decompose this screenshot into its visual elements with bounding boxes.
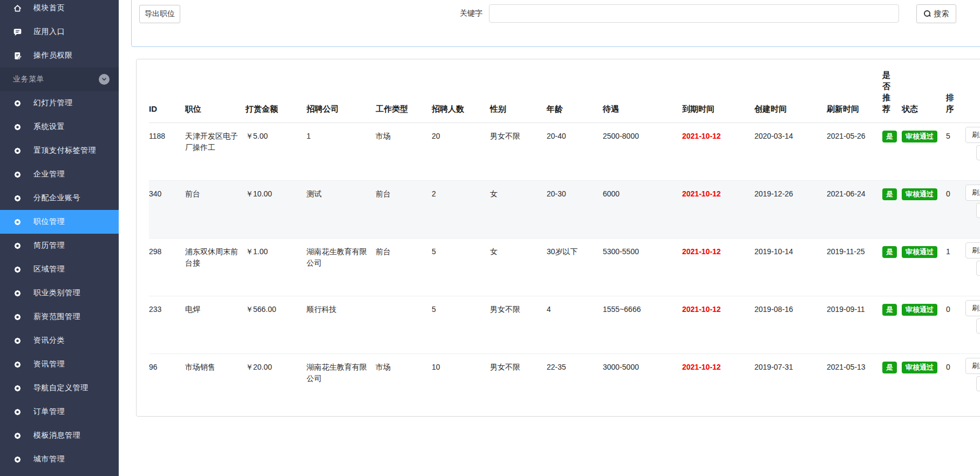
sidebar-item-city-mgmt[interactable]: 城市管理 [0, 447, 119, 471]
cell-headcount: 2 [432, 180, 490, 238]
col-header-company: 招聘公司 [307, 59, 376, 123]
sidebar-item-pinned-payment-tags[interactable]: 置顶支付标签管理 [0, 139, 119, 162]
cell-age: 20-30 [547, 180, 603, 238]
sidebar-item-operator-permissions[interactable]: 操作员权限 [0, 44, 119, 67]
sidebar-item-label: 操作员权限 [33, 51, 73, 60]
positions-table: ID职位打赏金额招聘公司工作类型招聘人数性别年龄待遇到期时间创建时间刷新时间是否… [149, 59, 980, 411]
cell-salary: 1555~6666 [603, 296, 682, 353]
sidebar-item-label: 订单管理 [33, 407, 65, 417]
cell-id: 1188 [149, 123, 185, 180]
cell-actions: 刷新时间 [965, 238, 980, 296]
cell-position: 市场销售 [185, 353, 246, 411]
cell-company: 湖南花生教育有限公司 [307, 238, 376, 296]
cell-refreshed: 2019-11-25 [827, 238, 882, 296]
cell-created: 2020-03-14 [754, 123, 827, 180]
cell-work_type: 前台 [376, 180, 432, 238]
row-action-button[interactable] [976, 261, 980, 276]
cell-company: 顺行科技 [307, 296, 376, 353]
main-content: 导出职位 关键字 搜索 ID职位打赏金额招聘公司工作类型招聘人数性别年龄待遇到期… [119, 0, 980, 476]
search-button[interactable]: 搜索 [916, 4, 956, 23]
sidebar-item-assign-enterprise-accounts[interactable]: 分配企业账号 [0, 186, 119, 210]
cell-company: 湖南花生教育有限公司 [307, 353, 376, 411]
row-action-button[interactable] [976, 376, 980, 391]
refresh-button[interactable]: 刷新时间 [965, 358, 980, 374]
cell-salary: 6000 [603, 180, 682, 238]
gear-icon [13, 194, 22, 203]
sidebar-item-system-settings[interactable]: 系统设置 [0, 115, 119, 139]
sidebar-item-job-category-mgmt[interactable]: 职业类别管理 [0, 281, 119, 305]
cell-actions: 刷新时间 [965, 353, 980, 411]
col-header-refreshed: 刷新时间 [827, 59, 882, 123]
keyword-input[interactable] [489, 4, 899, 23]
expire-date: 2021-10-12 [682, 132, 721, 140]
gear-icon [13, 99, 22, 108]
cell-salary: 2500-8000 [603, 123, 682, 180]
sidebar-item-salary-range-mgmt[interactable]: 薪资范围管理 [0, 305, 119, 329]
cell-position: 前台 [185, 180, 246, 238]
gear-icon [13, 336, 22, 345]
gear-icon [13, 146, 22, 155]
sidebar-item-label: 置顶支付标签管理 [33, 146, 96, 155]
refresh-button[interactable]: 刷新时间 [965, 185, 980, 201]
row-action-button[interactable] [976, 145, 980, 160]
cell-refreshed: 2021-06-24 [827, 180, 882, 238]
recommend-badge: 是 [882, 131, 897, 142]
cell-gender: 女 [490, 238, 547, 296]
sidebar-item-order-mgmt[interactable]: 订单管理 [0, 400, 119, 424]
refresh-button[interactable]: 刷新时间 [965, 242, 980, 259]
sidebar-item-region-mgmt[interactable]: 区域管理 [0, 257, 119, 281]
sidebar-item-label: 应用入口 [33, 27, 65, 37]
gear-icon [13, 289, 22, 298]
search-panel: 导出职位 关键字 搜索 [131, 0, 980, 47]
cell-gender: 男女不限 [490, 353, 547, 411]
gear-icon [13, 170, 22, 179]
cell-age: 22-35 [547, 353, 603, 411]
keyword-label: 关键字 [460, 9, 485, 18]
chevron-down-icon[interactable] [99, 74, 110, 85]
cell-work_type [376, 296, 432, 353]
col-header-created: 创建时间 [754, 59, 827, 123]
sidebar-item-nav-custom-mgmt[interactable]: 导航自定义管理 [0, 376, 119, 400]
cell-gender: 男女不限 [490, 123, 547, 180]
cell-salary: 3000-5000 [603, 353, 682, 411]
cell-id: 96 [149, 353, 185, 411]
col-header-expire: 到期时间 [682, 59, 754, 123]
sidebar-item-resume-mgmt[interactable]: 简历管理 [0, 234, 119, 257]
row-action-button[interactable] [976, 203, 980, 218]
sidebar-item-module-home[interactable]: 模块首页 [0, 0, 119, 20]
sidebar-item-slideshow-mgmt[interactable]: 幻灯片管理 [0, 91, 119, 115]
cell-position: 电焊 [185, 296, 246, 353]
cell-gender: 女 [490, 180, 547, 238]
col-header-gender: 性别 [490, 59, 547, 123]
col-header-work_type: 工作类型 [376, 59, 432, 123]
sidebar-item-template-message-mgmt[interactable]: 模板消息管理 [0, 424, 119, 447]
cell-expire: 2021-10-12 [682, 123, 754, 180]
status-badge: 审核通过 [902, 131, 937, 142]
row-action-button[interactable] [976, 318, 980, 334]
export-positions-button[interactable]: 导出职位 [139, 5, 180, 23]
sidebar-item-news-category[interactable]: 资讯分类 [0, 329, 119, 352]
sidebar-item-label: 职位管理 [33, 217, 65, 227]
cell-expire: 2021-10-12 [682, 296, 754, 353]
gear-icon [13, 241, 22, 250]
cell-age: 4 [547, 296, 603, 353]
cell-gender: 男女不限 [490, 296, 547, 353]
sidebar-item-news-mgmt[interactable]: 资讯管理 [0, 352, 119, 376]
sidebar-section-business-menu: 业务菜单 [0, 67, 119, 91]
gear-icon [13, 265, 22, 274]
cell-refreshed: 2021-05-26 [827, 123, 882, 180]
cell-actions: 刷新时间 [965, 123, 980, 180]
comment-icon [13, 28, 22, 37]
col-header-recommend: 是否推荐 [882, 59, 902, 123]
sidebar-item-position-mgmt[interactable]: 职位管理 [0, 210, 119, 234]
refresh-button[interactable]: 刷新时间 [965, 127, 980, 143]
sidebar-item-enterprise-mgmt[interactable]: 企业管理 [0, 162, 119, 186]
cell-headcount: 20 [432, 123, 490, 180]
refresh-button[interactable]: 刷新时间 [965, 300, 980, 316]
cell-created: 2019-08-16 [754, 296, 827, 353]
cell-work_type: 市场 [376, 123, 432, 180]
gear-icon [13, 217, 22, 227]
status-badge: 审核通过 [902, 362, 937, 373]
sidebar-item-app-entry[interactable]: 应用入口 [0, 20, 119, 44]
table-header-row: ID职位打赏金额招聘公司工作类型招聘人数性别年龄待遇到期时间创建时间刷新时间是否… [149, 59, 980, 123]
